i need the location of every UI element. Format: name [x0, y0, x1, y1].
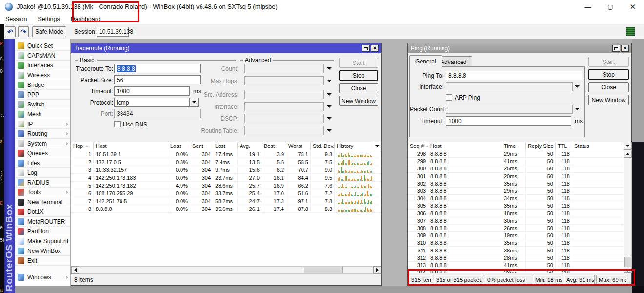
- sidebar-item-make-supout-rif[interactable]: Make Supout.rif: [15, 236, 70, 246]
- sidebar-item-dot1x[interactable]: Dot1X: [15, 207, 70, 217]
- column-header-worst[interactable]: Worst: [286, 142, 311, 150]
- ping-table-row[interactable]: 3148.8.8.832ms50118: [408, 269, 624, 273]
- ping-table-row[interactable]: 2988.8.8.829ms50118: [408, 150, 624, 158]
- column-header-last[interactable]: Last: [213, 142, 238, 150]
- ping-table-row[interactable]: 3078.8.8.830ms50118: [408, 217, 624, 225]
- traceroute-table-row[interactable]: 7142.251.79.50.0%30458.2ms24.717.397.17.…: [71, 197, 381, 205]
- use-dns-checkbox[interactable]: [114, 121, 121, 127]
- column-header-ttl[interactable]: TTL: [556, 142, 572, 150]
- ping-table-row[interactable]: 3058.8.8.835ms50118: [408, 202, 624, 209]
- column-header-seq-[interactable]: Seq #: [408, 142, 428, 150]
- sidebar-item-wireless[interactable]: Wireless: [15, 70, 70, 80]
- traceroute-titlebar[interactable]: Traceroute (Running) ×: [71, 43, 381, 53]
- sidebar-item-new-winbox[interactable]: New WinBox: [15, 246, 70, 256]
- ping-table-row[interactable]: 3038.8.8.829ms50118: [408, 188, 624, 195]
- safe-mode-button[interactable]: Safe Mode: [32, 26, 66, 37]
- ping-close-button[interactable]: Close: [588, 82, 629, 92]
- traceroute-table-row[interactable]: 5142.250.173.1824.9%30428.6ms25.716.966.…: [71, 182, 381, 189]
- column-header-time[interactable]: Time: [502, 142, 526, 150]
- sidebar-item-exit[interactable]: Exit: [15, 256, 70, 266]
- sidebar-item-files[interactable]: Files: [15, 158, 70, 168]
- traceroute-table-row[interactable]: 88.8.8.80.0%30435.6ms26.117.487.88.3: [71, 205, 381, 213]
- sidebar-item-switch[interactable]: Switch: [15, 100, 70, 109]
- ping-timeout-input[interactable]: 1000: [446, 116, 571, 126]
- column-header-reply-size[interactable]: Reply Size: [526, 142, 556, 150]
- minimize-icon[interactable]: —: [577, 0, 599, 14]
- ping-table-row[interactable]: 3008.8.8.825ms50118: [408, 165, 624, 172]
- scroll-left-icon[interactable]: [71, 266, 79, 274]
- close-icon[interactable]: ✕: [622, 0, 644, 14]
- traceroute-restore-icon[interactable]: [362, 45, 370, 52]
- traceroute-close-button[interactable]: Close: [339, 83, 378, 93]
- sidebar-item-mesh[interactable]: Mesh: [15, 109, 70, 119]
- ping-close-icon[interactable]: ×: [621, 45, 629, 52]
- traceroute-table-row[interactable]: 6108.170.255.290.0%30433.7ms25.417.051.6…: [71, 189, 381, 197]
- redo-button[interactable]: ↷: [18, 26, 29, 37]
- column-header-history[interactable]: History: [335, 142, 373, 150]
- ping-table-row[interactable]: 3018.8.8.820ms50118: [408, 173, 624, 180]
- sidebar-item-metarouter[interactable]: MetaROUTER: [15, 217, 70, 227]
- sidebar-item-ip[interactable]: IP: [15, 119, 70, 129]
- column-header-host[interactable]: Host: [428, 142, 502, 150]
- tab-general[interactable]: General: [409, 55, 442, 67]
- maximize-icon[interactable]: ▢: [599, 0, 622, 14]
- sidebar-item-ppp[interactable]: PPP: [15, 90, 70, 100]
- packet-size-input[interactable]: 56: [114, 75, 201, 84]
- ping-table-row[interactable]: 3138.8.8.841ms50118: [408, 262, 624, 269]
- menu-item-settings[interactable]: Settings: [32, 14, 65, 24]
- sidebar-item-interfaces[interactable]: Interfaces: [15, 61, 70, 70]
- ping-table-row[interactable]: 3098.8.8.819ms50118: [408, 232, 624, 239]
- ping-table-row[interactable]: 3068.8.8.818ms50118: [408, 210, 624, 217]
- vscroll-thumb[interactable]: [624, 257, 631, 267]
- sidebar-item-bridge[interactable]: Bridge: [15, 80, 70, 90]
- ping-vscrollbar[interactable]: [624, 142, 632, 273]
- ping-to-input[interactable]: 8.8.8.8: [446, 71, 582, 80]
- menu-item-dashboard[interactable]: Dashboard: [65, 14, 106, 24]
- ping-header-dropdown-icon[interactable]: [624, 142, 632, 150]
- sidebar-item-windows[interactable]: Windows: [15, 272, 70, 282]
- traceroute-table-row[interactable]: 4142.250.173.1830.0%30423.7ms27.016.184.…: [71, 174, 381, 182]
- sidebar-item-capsman[interactable]: CAPsMAN: [15, 51, 70, 61]
- hscroll-thumb[interactable]: [304, 267, 343, 273]
- traceroute-stop-button[interactable]: Stop: [339, 70, 378, 81]
- column-header-host[interactable]: Host: [94, 142, 168, 150]
- protocol-combo[interactable]: icmp: [114, 98, 190, 107]
- traceroute-header-dropdown-icon[interactable]: [373, 142, 381, 150]
- ping-table-row[interactable]: 3048.8.8.834ms50118: [408, 195, 624, 202]
- ping-restore-icon[interactable]: [612, 45, 620, 52]
- sidebar-item-new-terminal[interactable]: New Terminal: [15, 197, 70, 207]
- ping-table-row[interactable]: 2998.8.8.841ms50118: [408, 158, 624, 165]
- ping-titlebar[interactable]: Ping (Running) ×: [408, 43, 631, 53]
- arp-ping-checkbox[interactable]: [446, 94, 452, 101]
- scroll-down-icon[interactable]: [624, 268, 632, 273]
- sidebar-item-routing[interactable]: Routing: [15, 129, 70, 139]
- session-value[interactable]: 10.51.39.138: [97, 27, 129, 37]
- traceroute-new-window-button[interactable]: New Window: [339, 96, 378, 106]
- column-header-std-dev-[interactable]: Std. Dev.: [311, 142, 335, 150]
- column-header-sent[interactable]: Sent: [190, 142, 213, 150]
- column-header-best[interactable]: Best: [262, 142, 286, 150]
- sidebar-item-queues[interactable]: Queues: [15, 148, 70, 158]
- sidebar-item-log[interactable]: Log: [15, 168, 70, 178]
- scroll-right-icon[interactable]: [373, 266, 381, 274]
- traceroute-table-row[interactable]: 2172.17.0.50.3%3047.4ms13.55.555.57.5: [71, 158, 381, 166]
- sidebar-item-tools[interactable]: Tools: [15, 188, 70, 197]
- sidebar-item-system[interactable]: System: [15, 139, 70, 148]
- traceroute-table-row[interactable]: 110.51.39.10.0%30417.4ms19.13.975.19.3: [71, 150, 381, 158]
- column-header-avg-[interactable]: Avg.: [238, 142, 262, 150]
- column-header-hop[interactable]: Hop: [71, 142, 94, 150]
- ping-stop-button[interactable]: Stop: [588, 69, 629, 80]
- column-header-loss[interactable]: Loss: [168, 142, 190, 150]
- ping-table-row[interactable]: 3118.8.8.838ms50118: [408, 247, 624, 254]
- ping-table-row[interactable]: 3088.8.8.826ms50118: [408, 225, 624, 232]
- sidebar-item-partition[interactable]: Partition: [15, 227, 70, 236]
- ping-table-row[interactable]: 3108.8.8.835ms50118: [408, 239, 624, 247]
- ping-table-row[interactable]: 3028.8.8.835ms50118: [408, 180, 624, 188]
- ping-new-window-button[interactable]: New Window: [588, 95, 629, 105]
- sidebar-item-radius[interactable]: RADIUS: [15, 178, 70, 188]
- sidebar-item-quick-set[interactable]: Quick Set: [15, 41, 70, 51]
- main-titlebar[interactable]: J0ako!-@10.51.39.138 (Mk - Conrado Rolan…: [0, 0, 644, 14]
- menu-item-session[interactable]: Session: [0, 14, 32, 24]
- scroll-up-icon[interactable]: [624, 150, 632, 158]
- timeout-input[interactable]: 1000: [114, 86, 190, 96]
